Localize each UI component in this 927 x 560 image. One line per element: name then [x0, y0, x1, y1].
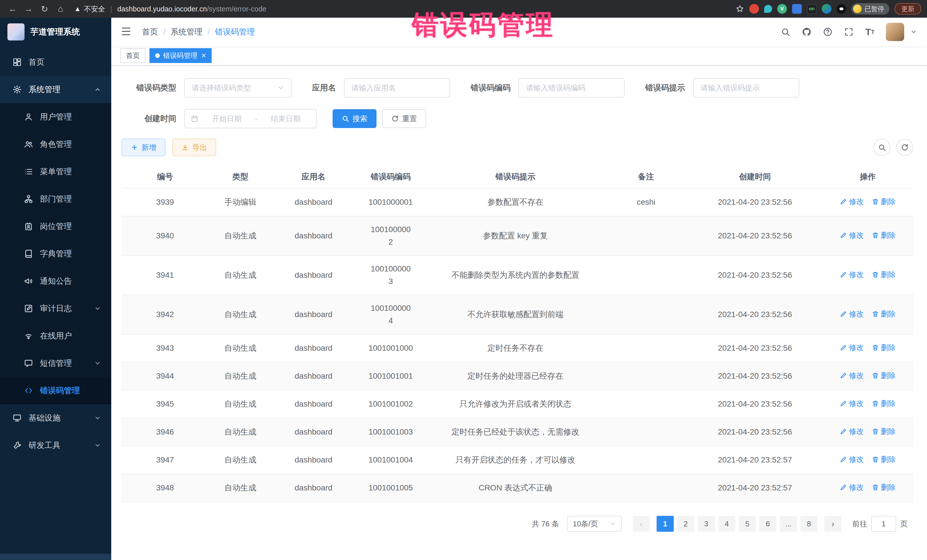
paused-badge[interactable]: 已暂停	[851, 3, 889, 15]
sidebar-item[interactable]: 系统管理	[0, 76, 111, 103]
search-icon[interactable]	[778, 24, 793, 39]
address-divider: |	[110, 5, 112, 13]
sidebar-item[interactable]: 基础设施	[0, 404, 111, 432]
page-button[interactable]: 8	[800, 516, 818, 532]
sidebar-item[interactable]: 审计日志	[0, 295, 111, 322]
edit-link[interactable]: 修改	[840, 369, 864, 382]
add-button[interactable]: 新增	[122, 138, 166, 156]
delete-link[interactable]: 删除	[872, 341, 896, 354]
edit-link[interactable]: 修改	[840, 308, 864, 320]
cell-create-time: 2021-04-20 23:52:56	[688, 255, 822, 295]
page-button[interactable]: 3	[698, 516, 715, 532]
delete-link[interactable]: 删除	[872, 425, 896, 438]
logo[interactable]: 芋道管理系统	[0, 18, 111, 46]
cell-error-hint: 不允许获取敏感配置到前端	[426, 295, 605, 334]
sidebar-item[interactable]: 首页	[0, 49, 111, 76]
user-avatar[interactable]	[886, 23, 904, 41]
delete-link[interactable]: 删除	[872, 369, 896, 382]
security-label[interactable]: 不安全	[84, 4, 105, 14]
edit-link[interactable]: 修改	[840, 268, 864, 281]
green-blue-extension-icon[interactable]	[822, 4, 831, 14]
help-icon[interactable]	[820, 24, 835, 39]
reload-icon[interactable]: ↻	[38, 2, 51, 16]
page-button[interactable]: 2	[677, 516, 694, 532]
app-title: 芋道管理系统	[30, 26, 80, 38]
home-icon[interactable]: ⌂	[54, 2, 67, 16]
table-body: 3939手动编辑dashboard1001000001参数配置不存在ceshi2…	[122, 188, 913, 502]
goto-page-input[interactable]	[871, 516, 896, 532]
refresh-button[interactable]	[896, 139, 913, 156]
delete-link[interactable]: 删除	[872, 453, 896, 466]
download-icon	[181, 144, 189, 151]
delete-link[interactable]: 删除	[872, 229, 896, 241]
date-range-input[interactable]: 开始日期 - 结束日期	[184, 109, 317, 128]
sidebar-item[interactable]: 在线用户	[0, 322, 111, 349]
sidebar-item[interactable]: 部门管理	[0, 185, 111, 213]
sidebar-item[interactable]: 字典管理	[0, 240, 111, 267]
app-name-input[interactable]	[344, 78, 450, 97]
blue-extension-icon[interactable]	[792, 4, 802, 14]
forward-icon[interactable]: →	[22, 2, 35, 16]
chevron-down-icon[interactable]	[910, 29, 917, 35]
back-icon[interactable]: ←	[6, 2, 20, 16]
view-tab[interactable]: 错误码管理×	[149, 48, 212, 63]
hamburger-icon[interactable]	[120, 26, 133, 38]
page-button[interactable]: 6	[759, 516, 777, 532]
edit-link[interactable]: 修改	[840, 481, 864, 493]
reset-button[interactable]: 重置	[382, 109, 426, 128]
breadcrumb-item[interactable]: 系统管理	[170, 27, 202, 37]
delete-link[interactable]: 删除	[872, 195, 896, 208]
edit-link[interactable]: 修改	[840, 229, 864, 241]
sidebar-item[interactable]: 岗位管理	[0, 213, 111, 240]
more-pages-button[interactable]: ...	[780, 516, 797, 532]
view-tab[interactable]: 首页	[120, 48, 146, 63]
error-code-input[interactable]	[518, 78, 625, 97]
delete-link[interactable]: 删除	[872, 481, 896, 493]
error-type-select[interactable]: 请选择错误码类型	[184, 78, 292, 97]
error-type-placeholder: 请选择错误码类型	[191, 83, 251, 93]
sidebar-item[interactable]: 用户管理	[0, 103, 111, 131]
sidebar-item[interactable]: 错误码管理	[0, 377, 111, 404]
column-header: 备注	[605, 165, 687, 188]
font-size-icon[interactable]: TT	[863, 24, 877, 39]
page-button[interactable]: 5	[739, 516, 756, 532]
audit-icon	[24, 304, 33, 313]
sidebar-item[interactable]: 角色管理	[0, 131, 111, 158]
delete-link-label: 删除	[881, 425, 896, 438]
search-button[interactable]: 搜索	[333, 109, 377, 128]
page-button[interactable]: 1	[656, 516, 674, 532]
message-icon	[24, 359, 33, 368]
update-button[interactable]: 更新	[895, 3, 921, 15]
breadcrumb-item[interactable]: 首页	[142, 27, 158, 37]
sidebar-item[interactable]: 通知公告	[0, 267, 111, 295]
error-hint-input[interactable]	[693, 78, 799, 97]
teal-extension-icon[interactable]	[764, 5, 772, 13]
sidebar-item[interactable]: 短信管理	[0, 349, 111, 377]
edit-link[interactable]: 修改	[840, 397, 864, 410]
page-button[interactable]: 4	[718, 516, 736, 532]
github-icon[interactable]	[799, 24, 814, 39]
prev-page-button[interactable]: ‹	[633, 516, 650, 532]
paw-extension-icon[interactable]	[837, 4, 846, 14]
edit-link[interactable]: 修改	[840, 195, 864, 208]
tab-close-icon[interactable]: ×	[201, 52, 206, 59]
fullscreen-icon[interactable]	[842, 24, 856, 39]
vue-devtools-extension-icon[interactable]: V	[777, 4, 787, 14]
delete-link[interactable]: 删除	[872, 308, 896, 320]
bookmark-star-icon[interactable]	[736, 5, 744, 13]
edit-link[interactable]: 修改	[840, 453, 864, 466]
proxy-extension-icon[interactable]: on	[807, 4, 817, 14]
next-page-button[interactable]: ›	[824, 516, 842, 532]
delete-link[interactable]: 删除	[872, 268, 896, 281]
search-toggle-button[interactable]	[873, 139, 891, 156]
sidebar-item[interactable]: 研发工具	[0, 432, 111, 459]
address-bar[interactable]: ▲ 不安全 | dashboard.yudao.iocoder.cn/syste…	[74, 4, 266, 14]
export-button[interactable]: 导出	[172, 138, 216, 156]
breadcrumb: 首页/系统管理/错误码管理	[142, 27, 255, 37]
sidebar-item[interactable]: 菜单管理	[0, 158, 111, 185]
edit-link[interactable]: 修改	[840, 425, 864, 438]
red-extension-icon[interactable]	[749, 4, 759, 14]
edit-link[interactable]: 修改	[840, 341, 864, 354]
delete-link[interactable]: 删除	[872, 397, 896, 410]
page-size-select[interactable]: 10条/页	[567, 516, 622, 532]
